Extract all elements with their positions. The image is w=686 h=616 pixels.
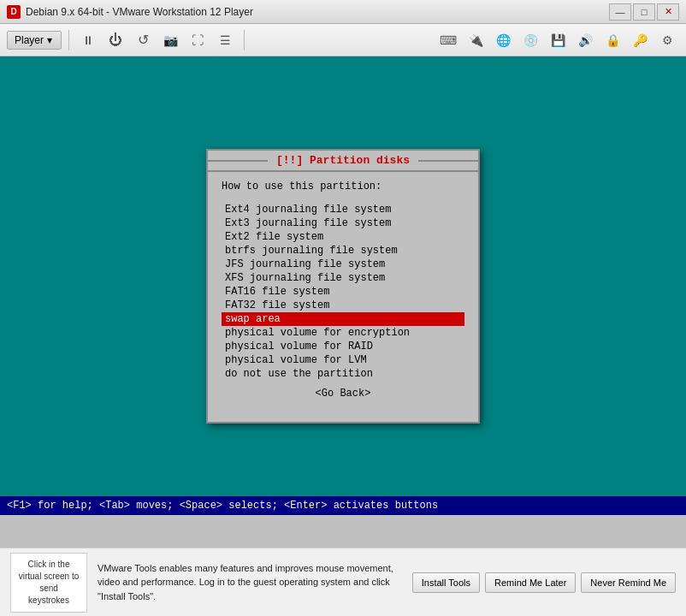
never-remind-button[interactable]: Never Remind Me bbox=[581, 572, 676, 593]
partition-item[interactable]: do not use the partition bbox=[222, 367, 464, 381]
partition-item[interactable]: btrfs journaling file system bbox=[222, 244, 464, 258]
partition-item[interactable]: XFS journaling file system bbox=[222, 271, 464, 285]
vmlist-icon: ☰ bbox=[220, 33, 231, 47]
network-icon: 🌐 bbox=[496, 33, 511, 47]
toolbar-separator-2 bbox=[244, 30, 245, 50]
vm-display-area[interactable]: [!!] Partition disks How to use this par… bbox=[0, 56, 686, 515]
key-icon: 🔑 bbox=[633, 33, 648, 47]
partition-dialog: [!!] Partition disks How to use this par… bbox=[206, 149, 480, 424]
vm-status-bar: <F1> for help; <Tab> moves; <Space> sele… bbox=[0, 496, 686, 515]
power-button[interactable]: ⏻ bbox=[103, 28, 127, 52]
pause-icon: ⏸ bbox=[82, 33, 94, 47]
notification-buttons: Install Tools Remind Me Later Never Remi… bbox=[412, 572, 676, 593]
window-title: Debian 9.x 64-bit - VMware Workstation 1… bbox=[26, 6, 609, 18]
main-toolbar: Player ▾ ⏸ ⏻ ↺ 📷 ⛶ ☰ ⌨ 🔌 🌐 💿 💾 🔊 🔒 🔑 bbox=[0, 24, 686, 56]
toolbar-separator-1 bbox=[68, 30, 69, 50]
partition-item[interactable]: physical volume for LVM bbox=[222, 353, 464, 367]
partition-item[interactable]: swap area bbox=[222, 312, 464, 326]
settings-button[interactable]: ⚙ bbox=[655, 28, 679, 52]
window-controls: — □ ✕ bbox=[609, 3, 679, 21]
reset-icon: ↺ bbox=[138, 32, 149, 48]
network-button[interactable]: 🌐 bbox=[491, 28, 515, 52]
notification-message: VMware Tools enables many features and i… bbox=[98, 561, 402, 604]
notification-icon-area: Click in the virtual screen to send keys… bbox=[10, 553, 87, 613]
settings-icon: ⚙ bbox=[662, 33, 673, 47]
keyboard-icon: ⌨ bbox=[440, 33, 457, 47]
close-button[interactable]: ✕ bbox=[657, 3, 679, 21]
partition-list[interactable]: Ext4 journaling file systemExt3 journali… bbox=[222, 203, 464, 381]
usb-button[interactable]: 🔌 bbox=[464, 28, 488, 52]
app-icon: D bbox=[7, 5, 21, 19]
install-tools-button[interactable]: Install Tools bbox=[412, 572, 480, 593]
notification-bar: Click in the virtual screen to send keys… bbox=[0, 548, 686, 616]
partition-item[interactable]: Ext4 journaling file system bbox=[222, 203, 464, 216]
title-bar: D Debian 9.x 64-bit - VMware Workstation… bbox=[0, 0, 686, 24]
remind-later-button[interactable]: Remind Me Later bbox=[485, 572, 576, 593]
status-text: <F1> for help; <Tab> moves; <Space> sele… bbox=[7, 500, 438, 512]
lock-icon: 🔒 bbox=[606, 33, 620, 47]
cd-button[interactable]: 💿 bbox=[518, 28, 542, 52]
player-arrow: ▾ bbox=[47, 34, 52, 46]
floppy-icon: 💾 bbox=[551, 33, 565, 47]
power-icon: ⏻ bbox=[109, 33, 122, 48]
key-button[interactable]: 🔑 bbox=[628, 28, 652, 52]
partition-item[interactable]: physical volume for RAID bbox=[222, 340, 464, 353]
player-label: Player bbox=[15, 34, 44, 46]
pause-button[interactable]: ⏸ bbox=[76, 28, 100, 52]
partition-item[interactable]: Ext2 file system bbox=[222, 230, 464, 244]
player-menu-button[interactable]: Player ▾ bbox=[7, 31, 62, 50]
lock-button[interactable]: 🔒 bbox=[600, 28, 624, 52]
partition-item[interactable]: FAT16 file system bbox=[222, 285, 464, 299]
vmlist-button[interactable]: ☰ bbox=[213, 28, 237, 52]
snapshot-icon: 📷 bbox=[163, 33, 178, 47]
send-ctrlaltdel-button[interactable]: ⌨ bbox=[436, 28, 460, 52]
partition-item[interactable]: FAT32 file system bbox=[222, 299, 464, 312]
maximize-button[interactable]: □ bbox=[633, 3, 655, 21]
dialog-footer: <Go Back> bbox=[222, 381, 464, 410]
usb-icon: 🔌 bbox=[469, 33, 483, 47]
partition-item[interactable]: physical volume for encryption bbox=[222, 326, 464, 340]
cd-icon: 💿 bbox=[523, 33, 538, 47]
floppy-button[interactable]: 💾 bbox=[546, 28, 570, 52]
notification-icon-text: Click in the virtual screen to send keys… bbox=[19, 560, 80, 605]
dialog-title-bar: [!!] Partition disks bbox=[208, 151, 478, 172]
audio-icon: 🔊 bbox=[578, 33, 593, 47]
dialog-content: How to use this partition: Ext4 journali… bbox=[208, 172, 478, 422]
dialog-question: How to use this partition: bbox=[222, 181, 464, 192]
partition-item[interactable]: JFS journaling file system bbox=[222, 258, 464, 271]
fullscreen-button[interactable]: ⛶ bbox=[186, 28, 210, 52]
dialog-title: [!!] Partition disks bbox=[268, 154, 418, 167]
fullscreen-icon: ⛶ bbox=[192, 33, 204, 47]
partition-item[interactable]: Ext3 journaling file system bbox=[222, 216, 464, 230]
snapshot-button[interactable]: 📷 bbox=[158, 28, 182, 52]
go-back-label[interactable]: <Go Back> bbox=[316, 388, 371, 400]
reset-button[interactable]: ↺ bbox=[131, 28, 155, 52]
minimize-button[interactable]: — bbox=[609, 3, 631, 21]
audio-button[interactable]: 🔊 bbox=[573, 28, 597, 52]
